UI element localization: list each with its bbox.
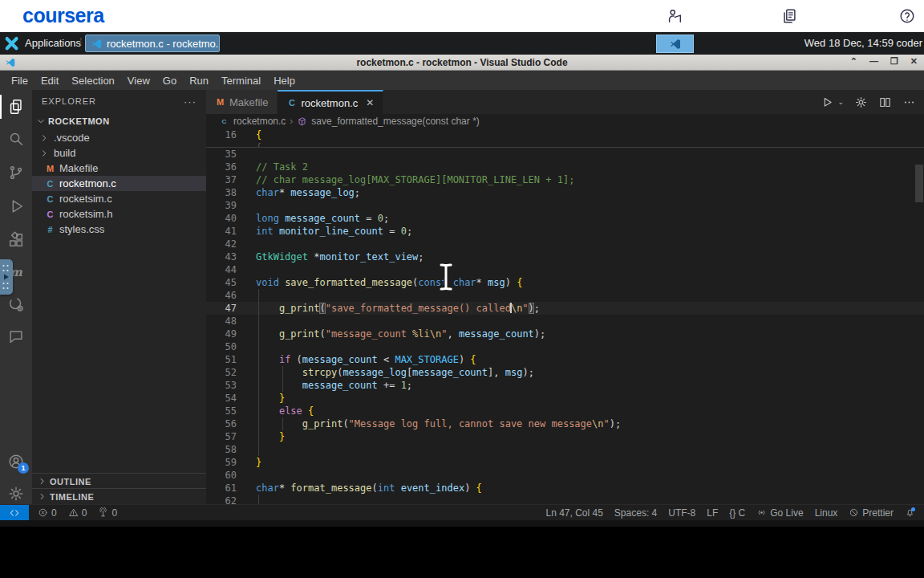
code-line-62[interactable]: 62 (206, 495, 924, 504)
activity-extensions-icon[interactable] (0, 228, 32, 252)
workspace-root[interactable]: ROCKETMON (32, 112, 206, 130)
code-line-39[interactable]: 39 (206, 199, 924, 212)
file-row--vscode[interactable]: .vscode (32, 130, 206, 145)
code-line-60[interactable]: 60 (206, 469, 924, 482)
menu-help[interactable]: Help (267, 75, 302, 87)
code-line-50[interactable]: 50 (206, 340, 924, 353)
code-line-56[interactable]: 56 g_print("Message log full, cannot sav… (206, 417, 924, 430)
activity-comments-icon[interactable] (0, 324, 32, 348)
code-line-37[interactable]: 37// char message_log[MAX_STORAGE][MONIT… (206, 173, 924, 186)
remote-indicator[interactable] (0, 505, 29, 520)
code-line-54[interactable]: 54 } (206, 392, 924, 405)
code-line-48[interactable]: 48 (206, 315, 924, 328)
status-indentation[interactable]: Spaces: 4 (609, 507, 663, 519)
c-file-icon: C (219, 116, 229, 127)
code-line-40[interactable]: 40long message_count = 0; (206, 212, 924, 225)
code-line-52[interactable]: 52 strcpy(message_log[message_count], ms… (206, 366, 924, 379)
status-language-mode[interactable]: {} C (723, 507, 751, 519)
tab-makefile[interactable]: MMakefile (206, 90, 278, 114)
code-line-16[interactable]: 16{ (206, 128, 924, 141)
status-go-live[interactable]: Go Live (751, 507, 808, 519)
menu-run[interactable]: Run (183, 75, 215, 87)
line-number: 36 (206, 161, 237, 173)
notes-icon[interactable] (780, 7, 798, 25)
code-text: char* message_log; (237, 186, 360, 199)
code-line-45[interactable]: 45void save_formatted_message(const char… (206, 276, 924, 289)
split-editor-button[interactable] (878, 96, 892, 109)
activity-accounts-icon[interactable]: 1 (0, 450, 32, 474)
close-button[interactable]: ✕ (910, 56, 918, 67)
code-line-36[interactable]: 36// Task 2 (206, 161, 924, 173)
status-notifications[interactable] (899, 507, 921, 518)
problems-errors[interactable]: 0 (32, 507, 63, 519)
breadcrumb-symbol[interactable]: save_formatted_message(const char *) (311, 116, 479, 127)
taskbar-clock[interactable]: Wed 18 Dec, 14:59 coder (804, 37, 922, 49)
run-button[interactable] (821, 96, 834, 109)
timeline-section[interactable]: TIMELINE (32, 488, 206, 504)
code-line-61[interactable]: 61char* format_message(int event_index) … (206, 482, 924, 495)
svg-text:C: C (222, 118, 227, 125)
code-line-42[interactable]: 42 (206, 238, 924, 250)
activity-explorer-icon[interactable] (0, 95, 32, 119)
lab-flyout-tab[interactable] (0, 259, 13, 295)
menu-terminal[interactable]: Terminal (215, 75, 267, 87)
ports-indicator[interactable]: 0 (92, 507, 123, 519)
activity-search-icon[interactable] (0, 127, 32, 151)
code-line-51[interactable]: 51 if (message_count < MAX_STORAGE) { (206, 353, 924, 366)
instructor-icon[interactable] (666, 7, 683, 25)
code-line-55[interactable]: 55 else { (206, 405, 924, 417)
menu-edit[interactable]: Edit (34, 75, 65, 87)
status-eol[interactable]: LF (701, 507, 723, 519)
tab-rocketmon-c[interactable]: Crocketmon.c✕ (278, 90, 383, 114)
menu-go[interactable]: Go (156, 75, 183, 87)
status-remote-os[interactable]: Linux (809, 507, 844, 519)
chevron-down-icon[interactable]: ⌄ (837, 98, 844, 106)
close-icon[interactable]: ✕ (366, 97, 374, 108)
code-line-43[interactable]: 43GtkWidget *monitor_text_view; (206, 250, 924, 263)
shade-button[interactable]: ⌃ (850, 56, 857, 67)
explorer-more-button[interactable]: ··· (184, 96, 197, 108)
maximize-button[interactable]: ❒ (890, 56, 898, 67)
applications-menu[interactable]: Applications (25, 37, 81, 49)
outline-section[interactable]: OUTLINE (32, 473, 206, 489)
file-row-rocketmon-c[interactable]: Crocketmon.c (32, 176, 206, 191)
file-row-rocketsim-c[interactable]: Crocketsim.c (32, 191, 206, 206)
menu-view[interactable]: View (121, 75, 156, 87)
code-line-35[interactable]: 35 (206, 148, 924, 161)
menu-file[interactable]: File (5, 75, 34, 87)
status-prettier[interactable]: Prettier (843, 507, 899, 519)
file-row-makefile[interactable]: MMakefile (32, 161, 206, 176)
file-row-build[interactable]: build (32, 145, 206, 161)
code-line-58[interactable]: 58 (206, 443, 924, 456)
code-line-49[interactable]: 49 g_print("message_count %li\n", messag… (206, 328, 924, 340)
file-row-styles-css[interactable]: #styles.css (32, 222, 206, 237)
activity-remote-explorer-icon[interactable] (0, 292, 32, 316)
help-icon[interactable] (898, 7, 916, 25)
menu-selection[interactable]: Selection (65, 75, 120, 87)
problems-warnings[interactable]: 0 (63, 507, 93, 519)
code-line-53[interactable]: 53 message_count += 1; (206, 379, 924, 392)
xfce-logo-icon[interactable] (4, 35, 20, 51)
activity-run-and-debug-icon[interactable] (0, 194, 32, 218)
code-line-41[interactable]: 41int monitor_line_count = 0; (206, 225, 924, 238)
scrollbar-thumb[interactable] (915, 165, 923, 202)
editor-settings-button[interactable] (854, 96, 868, 109)
minimize-button[interactable]: — (869, 56, 878, 67)
code-line-59[interactable]: 59} (206, 456, 924, 469)
window-list-button[interactable]: rocketmon.c - rocketmo... (85, 35, 220, 52)
status-encoding[interactable]: UTF-8 (663, 507, 701, 519)
breadcrumb-file[interactable]: rocketmon.c (233, 116, 286, 127)
editor-more-button[interactable] (902, 96, 916, 109)
tray-vscode-button[interactable] (656, 35, 694, 53)
code-line-47[interactable]: 47 g_print("save_formatted_message() cal… (206, 302, 924, 315)
code-line-57[interactable]: 57 } (206, 430, 924, 443)
status-cursor-position[interactable]: Ln 47, Col 45 (540, 507, 608, 519)
file-row-rocketsim-h[interactable]: Crocketsim.h (32, 206, 206, 222)
code-line-38[interactable]: 38char* message_log; (206, 186, 924, 199)
code-line-46[interactable]: 46 (206, 289, 924, 302)
activity-manage-icon[interactable] (0, 482, 32, 506)
code-line-44[interactable]: 44 (206, 263, 924, 276)
activity-source-control-icon[interactable] (0, 161, 32, 185)
code-text: g_print("Message log full, cannot save n… (237, 417, 621, 430)
code-editor[interactable]: 16{{3536// Task 237// char message_log[M… (206, 128, 924, 504)
